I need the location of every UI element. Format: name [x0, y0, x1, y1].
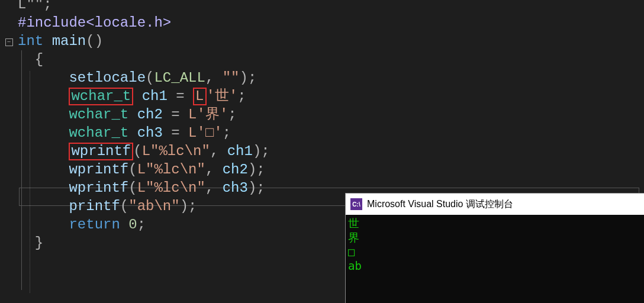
type-wchar: wchar_t [71, 88, 131, 104]
highlight-box: wchar_t [69, 88, 133, 105]
code-text: L""; [18, 0, 52, 12]
console-output[interactable]: 世 界 □ ab [346, 215, 644, 274]
type-wchar: wchar_t [69, 107, 128, 123]
console-line: 世 [348, 216, 642, 230]
format-string: L"%lc\n" [137, 180, 205, 196]
keyword-return: return [69, 217, 120, 233]
number-zero: 0 [128, 217, 137, 233]
console-line: 界 [348, 230, 642, 244]
func-wprintf: wprintf [69, 180, 128, 196]
visual-studio-icon: C:\ [350, 198, 362, 210]
parens: () [86, 33, 103, 49]
include-directive: #include<locale.h> [18, 15, 171, 31]
brace-open: { [35, 51, 43, 67]
format-string: L"%lc\n" [142, 143, 210, 159]
type-wchar: wchar_t [69, 125, 128, 141]
console-title: Microsoft Visual Studio 调试控制台 [367, 198, 513, 211]
var-ch3: ch3 [137, 125, 163, 141]
brace-close: } [35, 235, 43, 251]
func-main: main [52, 33, 86, 49]
var-ch2: ch2 [137, 107, 163, 123]
func-wprintf: wprintf [71, 143, 131, 159]
func-setlocale: setlocale [69, 70, 146, 86]
highlight-box: wprintf [69, 143, 133, 160]
string-empty: "" [223, 70, 240, 86]
highlight-box: L [193, 88, 206, 105]
const-lcall: LC_ALL [154, 70, 205, 86]
prefix-L: L [195, 88, 204, 104]
char-literal: '□' [197, 125, 223, 141]
var-ch1: ch1 [142, 88, 168, 104]
console-line: □ [348, 244, 642, 259]
func-wprintf: wprintf [69, 162, 128, 178]
debug-console-window[interactable]: C:\ Microsoft Visual Studio 调试控制台 世 界 □ … [345, 193, 644, 303]
char-literal: '世' [207, 88, 238, 104]
keyword-int: int [18, 33, 43, 49]
func-printf: printf [69, 198, 120, 214]
fold-icon[interactable]: − [5, 38, 13, 46]
console-line: ab [348, 259, 642, 273]
format-string: L"%lc\n" [137, 162, 205, 178]
console-titlebar[interactable]: C:\ Microsoft Visual Studio 调试控制台 [346, 194, 644, 215]
char-literal: '界' [197, 107, 228, 123]
format-string: "ab\n" [128, 198, 179, 214]
